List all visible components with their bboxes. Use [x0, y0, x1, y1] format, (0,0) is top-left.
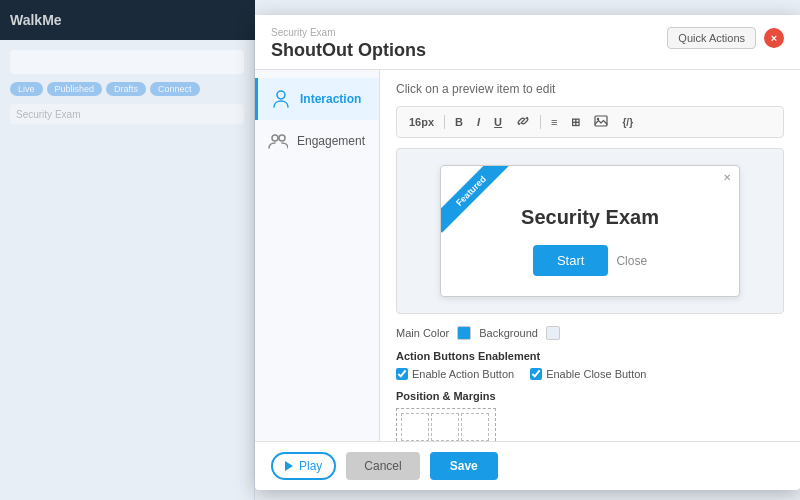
background-label: Background — [479, 327, 538, 339]
app-logo: WalkMe — [10, 12, 62, 28]
enable-close-checkbox[interactable] — [530, 368, 542, 380]
svg-point-0 — [277, 91, 285, 99]
play-button[interactable]: Play — [271, 452, 336, 480]
interaction-icon — [270, 88, 292, 110]
toolbar-italic[interactable]: I — [473, 115, 484, 129]
shoutout-preview-card[interactable]: Featured ✕ Security Exam Start Close — [440, 165, 740, 297]
toolbar-link[interactable] — [512, 113, 534, 131]
save-button[interactable]: Save — [430, 452, 498, 480]
close-button[interactable]: × — [764, 28, 784, 48]
card-close-x: ✕ — [723, 172, 731, 183]
card-title: Security Exam — [521, 206, 659, 229]
modal-footer: Play Cancel Save — [255, 441, 800, 490]
featured-ribbon: Featured — [441, 166, 513, 233]
toolbar-sep-2 — [540, 115, 541, 129]
sidebar-item-engagement[interactable]: Engagement — [255, 120, 379, 162]
bg-list-item: Security Exam — [10, 104, 244, 124]
interaction-label: Interaction — [300, 92, 361, 106]
engagement-icon — [267, 130, 289, 152]
toolbar-sep-1 — [444, 115, 445, 129]
preview-area: Featured ✕ Security Exam Start Close — [396, 148, 784, 314]
engagement-label: Engagement — [297, 134, 365, 148]
svg-point-4 — [597, 118, 599, 120]
background-swatch[interactable] — [546, 326, 560, 340]
click-hint: Click on a preview item to edit — [396, 82, 784, 96]
toolbar-fontsize[interactable]: 16px — [405, 115, 438, 129]
enable-close-label: Enable Close Button — [546, 368, 646, 380]
position-cell-0[interactable] — [401, 413, 429, 441]
bg-search — [10, 50, 244, 74]
enable-close-checkbox-label[interactable]: Enable Close Button — [530, 368, 646, 380]
sidebar: Interaction Engagement — [255, 70, 380, 441]
action-buttons-section: Action Buttons Enablement Enable Action … — [396, 350, 784, 380]
toolbar-code[interactable]: {/} — [618, 116, 637, 129]
position-cell-2[interactable] — [461, 413, 489, 441]
bg-header: WalkMe — [0, 0, 255, 40]
play-icon — [285, 461, 293, 471]
bg-content: Live Published Drafts Connect Security E… — [0, 40, 254, 138]
bg-tags: Live Published Drafts Connect — [10, 82, 244, 96]
play-label: Play — [299, 459, 322, 473]
main-color-label: Main Color — [396, 327, 449, 339]
toolbar-list[interactable]: ≡ — [547, 115, 561, 129]
enable-action-checkbox-label[interactable]: Enable Action Button — [396, 368, 514, 380]
position-grid — [396, 408, 496, 441]
bg-tag-published: Published — [47, 82, 103, 96]
featured-badge: Featured — [441, 166, 521, 246]
toolbar-table[interactable]: ⊞ — [567, 115, 584, 130]
position-title: Position & Margins — [396, 390, 784, 402]
shoutout-options-modal: Security Exam ShoutOut Options Quick Act… — [255, 15, 800, 490]
color-options: Main Color Background — [396, 326, 784, 340]
bg-tag-live: Live — [10, 82, 43, 96]
svg-point-2 — [279, 135, 285, 141]
editor-toolbar: 16px B I U ≡ ⊞ — [396, 106, 784, 138]
bg-tag-drafts: Drafts — [106, 82, 146, 96]
header-left: Security Exam ShoutOut Options — [271, 27, 426, 61]
enable-action-checkbox[interactable] — [396, 368, 408, 380]
card-buttons: Start Close — [533, 245, 647, 276]
toolbar-underline[interactable]: U — [490, 115, 506, 129]
svg-point-1 — [272, 135, 278, 141]
sidebar-item-interaction[interactable]: Interaction — [255, 78, 379, 120]
modal-title: ShoutOut Options — [271, 40, 426, 61]
card-start-button[interactable]: Start — [533, 245, 608, 276]
header-right: Quick Actions × — [667, 27, 784, 49]
modal-header: Security Exam ShoutOut Options Quick Act… — [255, 15, 800, 70]
action-buttons-title: Action Buttons Enablement — [396, 350, 784, 362]
main-color-swatch[interactable] — [457, 326, 471, 340]
quick-actions-button[interactable]: Quick Actions — [667, 27, 756, 49]
background-app: WalkMe Live Published Drafts Connect Sec… — [0, 0, 255, 500]
position-section: Position & Margins — [396, 390, 784, 441]
checkboxes-row: Enable Action Button Enable Close Button — [396, 368, 784, 380]
cancel-button[interactable]: Cancel — [346, 452, 419, 480]
svg-rect-3 — [595, 116, 607, 126]
modal-body: Interaction Engagement Click on a previe… — [255, 70, 800, 441]
position-cell-1[interactable] — [431, 413, 459, 441]
toolbar-bold[interactable]: B — [451, 115, 467, 129]
content-area: Click on a preview item to edit 16px B I… — [380, 70, 800, 441]
card-close-button[interactable]: Close — [616, 254, 647, 268]
breadcrumb: Security Exam — [271, 27, 426, 38]
enable-action-label: Enable Action Button — [412, 368, 514, 380]
toolbar-image[interactable] — [590, 113, 612, 131]
bg-tag-connect: Connect — [150, 82, 200, 96]
close-icon: × — [771, 32, 777, 44]
